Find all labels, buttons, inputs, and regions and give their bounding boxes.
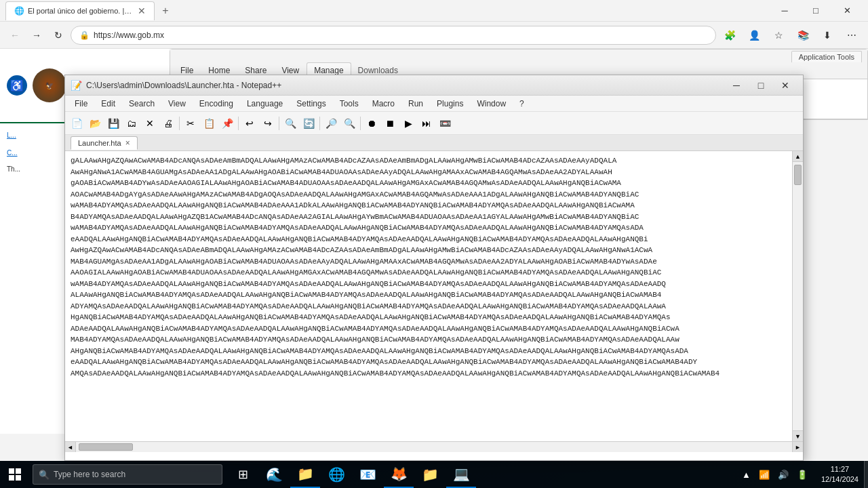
toolbar-zoom-in[interactable]: 🔎 (322, 115, 340, 132)
win-logo-q4 (16, 475, 21, 481)
toolbar-macro-stop[interactable]: ⏹ (381, 115, 399, 132)
extensions-button[interactable]: 🧩 (719, 26, 741, 45)
taskbar-search-icon: 🔍 (39, 470, 50, 480)
menu-macro[interactable]: Macro (366, 98, 401, 110)
taskbar-mail[interactable]: 📧 (353, 461, 382, 488)
taskbar-folder[interactable]: 📁 (415, 461, 445, 488)
show-desktop-button[interactable] (864, 461, 868, 488)
tab-filename: Launcher.hta (78, 139, 121, 147)
menu-search[interactable]: Search (122, 98, 161, 110)
notepad-vertical-scrollbar[interactable]: ▲ ▼ (792, 151, 803, 441)
firefox-icon: 🦊 (391, 466, 408, 482)
app-tools-label: Application Tools (791, 51, 862, 62)
accessibility-icon[interactable]: ♿ (7, 75, 27, 96)
menu-language[interactable]: Language (240, 98, 290, 110)
start-button[interactable] (0, 461, 30, 488)
h-scrollbar-thumb[interactable] (79, 443, 133, 451)
win-logo-q1 (9, 468, 14, 474)
tray-network-icon[interactable]: 📶 (756, 468, 772, 481)
browser-maximize-button[interactable]: □ (800, 0, 831, 22)
tab-close-icon[interactable]: ✕ (138, 6, 146, 16)
notepad-text-area[interactable]: gALAAwAHgAZQAwACwAMAB4ADcANQAsADAeAmBmAD… (65, 151, 792, 441)
toolbar-macro-record[interactable]: ⏺ (363, 115, 380, 132)
h-scrollbar-left-button[interactable]: ◄ (65, 442, 76, 452)
tray-arrow-icon[interactable]: ▲ (739, 468, 753, 481)
taskbar-clock[interactable]: 11:27 12/14/2024 (816, 464, 864, 485)
toolbar-open[interactable]: 📂 (86, 115, 104, 132)
notepad-tab-launcher[interactable]: Launcher.hta × (71, 136, 138, 150)
menu-run[interactable]: Run (401, 98, 430, 110)
win-logo-q2 (16, 468, 21, 474)
refresh-button[interactable]: ↻ (49, 26, 68, 45)
browser-minimize-button[interactable]: ─ (769, 0, 800, 22)
toolbar-paste[interactable]: 📌 (218, 115, 236, 132)
taskbar-right-area: ▲ 📶 🔊 🔋 11:27 12/14/2024 (734, 461, 868, 488)
toolbar-new[interactable]: 📄 (68, 115, 85, 132)
taskbar-task-view[interactable]: ⊞ (228, 461, 258, 488)
toolbar-save-all[interactable]: 🗂 (123, 115, 140, 132)
scrollbar-thumb[interactable] (794, 165, 802, 185)
taskbar: 🔍 Type here to search ⊞ 🌊 📁 🌐 📧 🦊 (0, 461, 868, 488)
taskbar-firefox[interactable]: 🦊 (384, 461, 414, 488)
browser-window-controls: ─ □ ✕ (769, 0, 863, 22)
toolbar-replace[interactable]: 🔄 (300, 115, 317, 132)
notepad-close-button[interactable]: ✕ (773, 78, 797, 93)
menu-file[interactable]: File (68, 98, 94, 110)
notepad-horizontal-scrollbar[interactable]: ◄ ► (65, 441, 803, 452)
downloads-button[interactable]: ⬇ (816, 26, 838, 45)
toolbar-cut[interactable]: ✂ (182, 115, 199, 132)
menu-view[interactable]: View (161, 98, 193, 110)
toolbar-macro-step[interactable]: ⏭ (418, 115, 435, 132)
menu-plugins[interactable]: Plugins (430, 98, 470, 110)
h-scrollbar-right-button[interactable]: ► (792, 442, 803, 452)
browser-titlebar: 🌐 El portal único del gobierno. | g... ✕… (0, 0, 868, 22)
menu-encoding[interactable]: Encoding (193, 98, 240, 110)
profile-button[interactable]: 👤 (743, 26, 765, 45)
tab-close-button[interactable]: × (125, 138, 130, 148)
notepad-tabs: Launcher.hta × (65, 135, 803, 151)
toolbar-save[interactable]: 💾 (104, 115, 122, 132)
menu-help[interactable]: ? (513, 98, 531, 110)
notepad-titlebar: 📝 C:\Users\admin\Downloads\Launcher.hta … (65, 75, 803, 96)
tab-favicon: 🌐 (14, 6, 24, 16)
forward-button[interactable]: → (27, 26, 46, 45)
star-button[interactable]: ☆ (768, 26, 789, 45)
back-button[interactable]: ← (5, 26, 24, 45)
toolbar-find[interactable]: 🔍 (281, 115, 299, 132)
taskbar-browser-2[interactable]: 🌐 (321, 461, 351, 488)
taskbar-search-box[interactable]: 🔍 Type here to search (33, 464, 222, 485)
desktop: 🌐 El portal único del gobierno. | g... ✕… (0, 0, 868, 488)
address-bar[interactable]: 🔒 https://www.gob.mx (71, 26, 716, 45)
taskbar-file-explorer[interactable]: 📁 (290, 461, 320, 488)
toolbar-undo[interactable]: ↩ (241, 115, 258, 132)
toolbar-print[interactable]: 🖨 (159, 115, 177, 132)
scrollbar-up-button[interactable]: ▲ (793, 151, 803, 162)
menu-tools[interactable]: Tools (333, 98, 366, 110)
menu-window[interactable]: Window (470, 98, 513, 110)
taskbar-notepad[interactable]: 💻 (446, 461, 476, 488)
browser-close-button[interactable]: ✕ (831, 0, 863, 22)
notepad-maximize-button[interactable]: □ (749, 78, 773, 93)
toolbar-macro-save[interactable]: 📼 (436, 115, 454, 132)
scrollbar-down-button[interactable]: ▼ (793, 430, 803, 441)
settings-button[interactable]: ⋯ (841, 26, 863, 45)
toolbar-sep-5 (360, 117, 361, 130)
toolbar-copy[interactable]: 📋 (200, 115, 218, 132)
text-content: gALAAwAHgAZQAwACwAMAB4ADcANQAsADAeAmBmAD… (65, 152, 792, 382)
collection-button[interactable]: 📚 (792, 26, 814, 45)
toolbar-redo[interactable]: ↪ (259, 115, 277, 132)
menu-edit[interactable]: Edit (94, 98, 122, 110)
taskbar-pinned-apps: ⊞ 🌊 📁 🌐 📧 🦊 📁 💻 (228, 461, 476, 488)
menu-settings[interactable]: Settings (290, 98, 332, 110)
tray-volume-icon[interactable]: 🔊 (775, 468, 791, 481)
notepad-minimize-button[interactable]: ─ (724, 78, 749, 93)
toolbar-macro-play[interactable]: ▶ (399, 115, 417, 132)
toolbar-close[interactable]: ✕ (141, 115, 159, 132)
tray-battery-icon[interactable]: 🔋 (794, 468, 810, 481)
notepad-title: C:\Users\admin\Downloads\Launcher.hta - … (86, 81, 720, 90)
taskbar-edge[interactable]: 🌊 (259, 461, 289, 488)
file-explorer-icon: 📁 (297, 466, 314, 482)
toolbar-zoom-out[interactable]: 🔍 (340, 115, 358, 132)
new-tab-button[interactable]: + (157, 3, 174, 19)
browser-tab-active[interactable]: 🌐 El portal único del gobierno. | g... ✕ (5, 1, 155, 20)
